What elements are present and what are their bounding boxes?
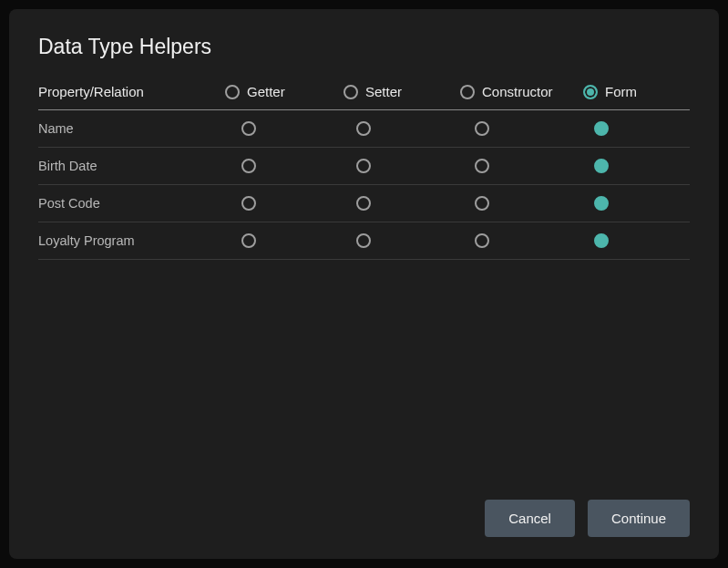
header-form[interactable]: Form: [583, 84, 690, 99]
radio-header-getter[interactable]: [225, 85, 240, 99]
property-name: Name: [38, 121, 225, 136]
dialog-title: Data Type Helpers: [38, 35, 690, 59]
dialog-footer: Cancel Continue: [38, 500, 690, 537]
radio-loyalty-constructor[interactable]: [475, 233, 489, 248]
table-row: Name: [38, 110, 690, 148]
radio-header-constructor[interactable]: [460, 85, 475, 99]
radio-postcode-getter[interactable]: [241, 196, 256, 211]
table-header-row: Property/Relation Getter Setter Construc…: [38, 79, 690, 110]
property-name: Post Code: [38, 196, 225, 211]
property-name: Birth Date: [38, 159, 225, 173]
header-getter-label: Getter: [247, 84, 285, 99]
radio-postcode-setter[interactable]: [356, 196, 371, 211]
radio-birthdate-setter[interactable]: [356, 159, 371, 173]
radio-loyalty-form[interactable]: [594, 233, 609, 248]
table-row: Loyalty Program: [38, 222, 690, 260]
header-constructor-label: Constructor: [482, 84, 553, 99]
radio-postcode-constructor[interactable]: [475, 196, 489, 211]
table-row: Birth Date: [38, 148, 690, 185]
radio-name-constructor[interactable]: [475, 121, 489, 136]
header-setter[interactable]: Setter: [343, 84, 460, 99]
cancel-button[interactable]: Cancel: [485, 500, 575, 537]
continue-button[interactable]: Continue: [588, 500, 690, 537]
radio-postcode-form[interactable]: [594, 196, 609, 211]
radio-loyalty-setter[interactable]: [356, 233, 371, 248]
header-getter[interactable]: Getter: [225, 84, 343, 99]
property-table: Property/Relation Getter Setter Construc…: [38, 79, 690, 485]
data-type-helpers-dialog: Data Type Helpers Property/Relation Gett…: [9, 9, 719, 559]
radio-birthdate-form[interactable]: [594, 159, 609, 173]
radio-name-setter[interactable]: [356, 121, 371, 136]
radio-loyalty-getter[interactable]: [241, 233, 256, 248]
radio-birthdate-constructor[interactable]: [475, 159, 489, 173]
property-name: Loyalty Program: [38, 233, 225, 248]
header-setter-label: Setter: [365, 84, 402, 99]
header-form-label: Form: [605, 84, 637, 99]
header-property: Property/Relation: [38, 84, 225, 99]
table-row: Post Code: [38, 185, 690, 222]
radio-birthdate-getter[interactable]: [241, 159, 256, 173]
radio-header-setter[interactable]: [343, 85, 358, 99]
radio-header-form[interactable]: [583, 85, 598, 99]
header-constructor[interactable]: Constructor: [460, 84, 583, 99]
radio-name-getter[interactable]: [241, 121, 256, 136]
radio-name-form[interactable]: [594, 121, 609, 136]
